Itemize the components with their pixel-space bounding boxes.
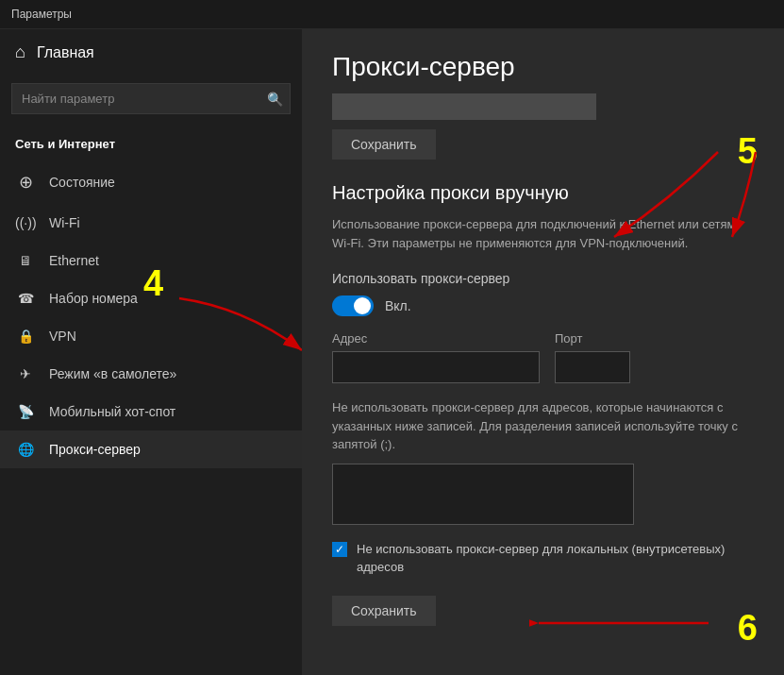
title-bar: Параметры — [0, 0, 784, 29]
toggle-section-label: Использовать прокси-сервер — [332, 271, 754, 286]
sidebar-item-wifi[interactable]: ((·)) Wi-Fi — [0, 204, 302, 242]
local-checkbox-row: ✓ Не использовать прокси-сервер для лока… — [332, 540, 754, 577]
address-label: Адрес — [332, 331, 540, 346]
search-container: 🔍 — [11, 83, 291, 114]
sidebar: ⌂ Главная 🔍 Сеть и Интернет ⊕ Состояние … — [0, 29, 302, 675]
port-field-group: Порт — [555, 331, 630, 383]
section-header: Сеть и Интернет — [0, 129, 302, 160]
status-label: Состояние — [49, 175, 115, 190]
annotation-5: 5 — [738, 131, 758, 172]
sidebar-item-proxy[interactable]: 🌐 Прокси-сервер — [0, 430, 302, 468]
toggle-thumb — [354, 297, 371, 314]
save-top-button[interactable]: Сохранить — [332, 129, 436, 160]
sidebar-item-status[interactable]: ⊕ Состояние — [0, 160, 302, 204]
page-title: Прокси-сервер — [332, 52, 754, 82]
home-icon: ⌂ — [15, 42, 25, 62]
local-checkbox-label: Не использовать прокси-сервер для локаль… — [357, 540, 754, 577]
bypass-textarea[interactable] — [332, 464, 634, 525]
dialup-icon: ☎ — [15, 291, 36, 306]
airplane-icon: ✈ — [15, 366, 36, 381]
wifi-label: Wi-Fi — [49, 215, 80, 230]
manual-description: Использование прокси-сервера для подключ… — [332, 215, 754, 252]
search-input[interactable] — [11, 83, 291, 114]
address-input[interactable] — [332, 351, 540, 383]
airplane-label: Режим «в самолете» — [49, 366, 176, 381]
vpn-label: VPN — [49, 329, 76, 344]
proxy-toggle-row: Вкл. — [332, 295, 754, 316]
annotation-6: 6 — [738, 608, 758, 649]
main-content: Прокси-сервер Сохранить Настройка прокси… — [302, 29, 784, 675]
status-icon: ⊕ — [15, 172, 36, 193]
hotspot-label: Мобильный хот-спот — [49, 404, 175, 419]
sidebar-item-airplane[interactable]: ✈ Режим «в самолете» — [0, 355, 302, 393]
checkmark-icon: ✓ — [335, 544, 344, 555]
toggle-on-label: Вкл. — [385, 298, 411, 313]
search-icon-button[interactable]: 🔍 — [267, 92, 283, 107]
manual-section-title: Настройка прокси вручную — [332, 182, 754, 204]
home-label: Главная — [37, 44, 94, 61]
port-input[interactable] — [555, 351, 630, 383]
proxy-toggle[interactable] — [332, 295, 374, 316]
hotspot-icon: 📡 — [15, 404, 36, 419]
save-bottom-button[interactable]: Сохранить — [332, 596, 436, 626]
title-bar-label: Параметры — [11, 8, 72, 21]
dialup-label: Набор номера — [49, 291, 138, 306]
proxy-icon: 🌐 — [15, 442, 36, 457]
address-field-group: Адрес — [332, 331, 540, 383]
local-checkbox[interactable]: ✓ — [332, 542, 347, 557]
sidebar-item-dialup[interactable]: ☎ Набор номера — [0, 279, 302, 317]
bypass-description: Не использовать прокси-сервер для адресо… — [332, 398, 754, 454]
address-port-row: Адрес Порт — [332, 331, 754, 383]
sidebar-item-vpn[interactable]: 🔒 VPN — [0, 317, 302, 355]
vpn-icon: 🔒 — [15, 329, 36, 344]
ethernet-icon: 🖥 — [15, 253, 36, 268]
proxy-label: Прокси-сервер — [49, 442, 141, 457]
home-nav-item[interactable]: ⌂ Главная — [0, 29, 302, 76]
ethernet-label: Ethernet — [49, 253, 99, 268]
arrow-6 — [529, 599, 718, 647]
wifi-icon: ((·)) — [15, 215, 36, 230]
info-bar — [332, 93, 596, 120]
sidebar-item-hotspot[interactable]: 📡 Мобильный хот-спот — [0, 393, 302, 430]
sidebar-item-ethernet[interactable]: 🖥 Ethernet — [0, 242, 302, 279]
port-label: Порт — [555, 331, 630, 346]
